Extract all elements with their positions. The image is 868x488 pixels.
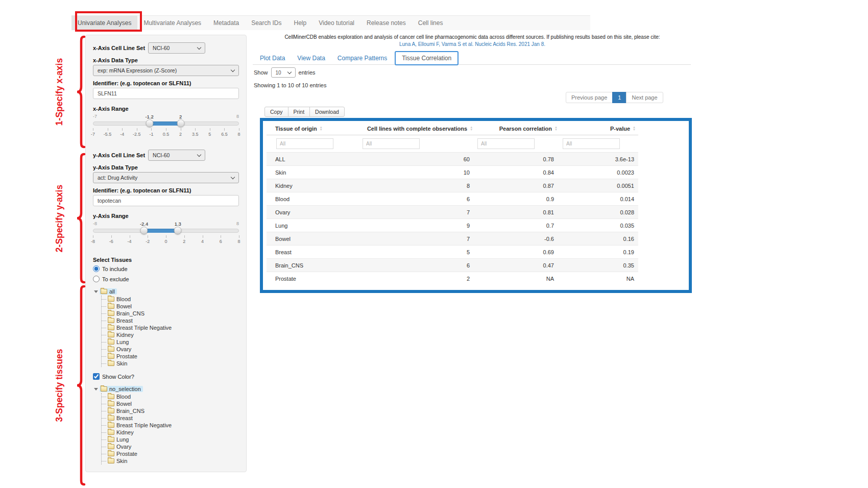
- x-axis-cell-line-set-select[interactable]: NCI-60: [148, 42, 205, 54]
- color-tree-item-skin[interactable]: Skin: [102, 457, 239, 465]
- to-exclude-radio[interactable]: [93, 276, 100, 282]
- to-include-radio[interactable]: [93, 265, 100, 272]
- nav-tab-cell-lines[interactable]: Cell lines: [412, 16, 449, 30]
- nav-tab-release-notes[interactable]: Release notes: [360, 16, 412, 30]
- x-range-tick-label: -2.5: [133, 132, 141, 137]
- y-axis-range-slider[interactable]: -88-2.41.3-8-6-4-202468: [93, 221, 239, 247]
- table-cell: 0.19: [563, 249, 638, 255]
- y-axis-data-type-select[interactable]: act: Drug Activity: [93, 172, 239, 183]
- column-header-cell-lines-with-complete-observations[interactable]: Cell lines with complete observations▲▼: [363, 126, 477, 132]
- include-tree-item-breast-triple-negative[interactable]: Breast Triple Negative: [102, 324, 239, 331]
- sort-icon[interactable]: ▲▼: [633, 126, 636, 131]
- tree-item-label: Bowel: [116, 303, 132, 309]
- nav-tab-multivariate-analyses[interactable]: Multivariate Analyses: [137, 16, 207, 30]
- nav-tab-univariate-analyses[interactable]: Univariate Analyses: [71, 16, 137, 30]
- include-tree-item-bowel[interactable]: Bowel: [102, 303, 239, 310]
- page-1-button[interactable]: 1: [612, 92, 626, 103]
- include-tree-item-kidney[interactable]: Kidney: [102, 331, 239, 338]
- page-length-select[interactable]: 10: [271, 67, 296, 78]
- folder-icon: [108, 408, 114, 413]
- y-range-handle-low[interactable]: [140, 227, 148, 234]
- tree-expand-icon[interactable]: [94, 388, 98, 391]
- column-header-label: Pearson correlation: [499, 126, 552, 132]
- column-header-pearson-correlation[interactable]: Pearson correlation▲▼: [477, 126, 563, 132]
- include-tree-root-label: all: [109, 288, 115, 295]
- table-row-lung: Lung90.70.035: [267, 218, 638, 232]
- include-tree-item-blood[interactable]: Blood: [102, 296, 239, 303]
- color-tree-item-prostate[interactable]: Prostate: [102, 450, 239, 457]
- tab-tissue-correlation[interactable]: Tissue Correlation: [395, 51, 459, 65]
- x-range-selected-bar: [150, 121, 181, 126]
- x-axis-range-slider[interactable]: -78-1.22-7-5.5-4-2.5-10.523.556.58: [93, 114, 239, 139]
- y-axis-identifier-input[interactable]: [93, 195, 239, 206]
- column-filter-pearson-correlation[interactable]: [477, 138, 535, 149]
- column-filter-p-value[interactable]: [563, 138, 620, 149]
- next-page-button[interactable]: Next page: [626, 92, 663, 103]
- chevron-down-icon: [197, 152, 201, 156]
- sort-icon[interactable]: ▲▼: [554, 126, 558, 131]
- x-axis-identifier-input[interactable]: [93, 88, 239, 99]
- sort-icon[interactable]: ▲▼: [470, 126, 473, 131]
- download-button[interactable]: Download: [309, 107, 345, 117]
- y-axis-cell-line-set-select[interactable]: NCI-60: [148, 150, 205, 161]
- nav-tab-metadata[interactable]: Metadata: [207, 16, 245, 30]
- include-tree-item-skin[interactable]: Skin: [102, 360, 239, 367]
- tab-plot-data[interactable]: Plot Data: [254, 55, 291, 62]
- include-tree-item-breast[interactable]: Breast: [102, 317, 239, 324]
- x-range-tick: [93, 128, 93, 131]
- tab-view-data[interactable]: View Data: [291, 55, 331, 62]
- column-header-tissue-of-origin[interactable]: Tissue of origin▲▼: [267, 126, 363, 132]
- sort-icon[interactable]: ▲▼: [320, 126, 323, 131]
- x-range-handle-low[interactable]: [146, 119, 153, 127]
- filter-cell: [363, 138, 477, 149]
- color-tree-item-breast-triple-negative[interactable]: Breast Triple Negative: [102, 422, 239, 429]
- citation-link[interactable]: Luna A, Elloumi F, Varma S et al. Nuclei…: [255, 41, 689, 47]
- table-cell: 10: [363, 169, 477, 176]
- color-tree-item-ovary[interactable]: Ovary: [102, 443, 239, 450]
- y-range-tick: [111, 235, 112, 238]
- nav-tab-search-ids[interactable]: Search IDs: [245, 16, 287, 30]
- y-axis-data-type-value: act: Drug Activity: [98, 175, 137, 181]
- x-axis-data-type-select[interactable]: exp: mRNA Expression (Z-Score): [93, 65, 239, 76]
- nav-tab-video-tutorial[interactable]: Video tutorial: [312, 16, 360, 30]
- copy-button[interactable]: Copy: [264, 107, 288, 117]
- include-tree-item-lung[interactable]: Lung: [102, 338, 239, 346]
- show-color-checkbox[interactable]: [93, 373, 100, 380]
- include-tree-item-brain-cns[interactable]: Brain_CNS: [102, 310, 239, 317]
- y-range-tick: [93, 235, 93, 238]
- column-filter-tissue-of-origin[interactable]: [276, 138, 333, 149]
- folder-icon: [108, 354, 114, 359]
- folder-icon: [101, 386, 107, 392]
- color-tree-item-breast[interactable]: Breast: [102, 414, 239, 422]
- y-range-handle-high[interactable]: [174, 227, 182, 234]
- color-tree-item-lung[interactable]: Lung: [102, 436, 239, 443]
- print-button[interactable]: Print: [288, 107, 310, 117]
- include-tree-root-all[interactable]: all: [94, 287, 239, 296]
- color-tree-root-no-selection[interactable]: no_selection: [94, 385, 239, 393]
- table-cell: 0.16: [563, 236, 638, 242]
- citation-text: CellMinerCDB enables exploration and ana…: [255, 34, 689, 40]
- tree-expand-icon[interactable]: [94, 290, 98, 293]
- x-range-handle-high[interactable]: [177, 119, 184, 127]
- color-tree-item-brain-cns[interactable]: Brain_CNS: [102, 407, 239, 414]
- tree-item-label: Blood: [116, 296, 131, 302]
- previous-page-button[interactable]: Previous page: [566, 92, 613, 103]
- folder-icon: [108, 325, 114, 330]
- include-tree-item-prostate[interactable]: Prostate: [102, 353, 239, 360]
- column-filter-cell-lines-with-complete-observations[interactable]: [363, 138, 420, 149]
- x-range-tick: [224, 128, 225, 131]
- y-range-tick-label: -4: [127, 239, 131, 244]
- tab-compare-patterns[interactable]: Compare Patterns: [331, 55, 393, 62]
- color-tree-item-bowel[interactable]: Bowel: [102, 400, 239, 407]
- column-header-p-value[interactable]: P-value▲▼: [563, 126, 638, 132]
- show-entries-suffix: entries: [299, 69, 316, 76]
- control-sidebar: x-Axis Cell Line Set NCI-60 x-Axis Data …: [85, 35, 247, 472]
- tree-item-label: Breast: [116, 318, 133, 324]
- color-tree-item-blood[interactable]: Blood: [102, 393, 239, 400]
- color-tree-item-kidney[interactable]: Kidney: [102, 429, 239, 436]
- x-axis-data-type-value: exp: mRNA Expression (Z-Score): [98, 67, 177, 74]
- tree-item-label: Prostate: [116, 451, 137, 457]
- nav-tab-help[interactable]: Help: [288, 16, 313, 30]
- include-tree-item-ovary[interactable]: Ovary: [102, 346, 239, 353]
- y-range-tick-label: 2: [183, 239, 185, 244]
